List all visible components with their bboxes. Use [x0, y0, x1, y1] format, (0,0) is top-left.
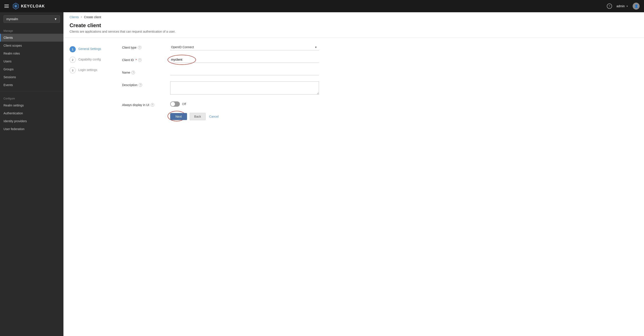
- page-header: Create client Clients are applications a…: [64, 19, 644, 38]
- sidebar-item-identity-providers[interactable]: Identity providers: [0, 117, 64, 125]
- step-1-label[interactable]: General Settings: [78, 46, 101, 51]
- admin-dropdown[interactable]: admin ▼: [616, 4, 628, 8]
- breadcrumb: Clients > Create client: [64, 12, 644, 19]
- toggle-row: Off: [170, 101, 319, 107]
- description-textarea[interactable]: [170, 81, 319, 95]
- content-area: Clients > Create client Create client Cl…: [64, 12, 644, 336]
- step-2-label[interactable]: Capability config: [78, 57, 101, 61]
- name-label-text: Name: [122, 71, 130, 74]
- description-input-col: [170, 81, 319, 95]
- breadcrumb-separator: >: [81, 16, 82, 19]
- admin-label: admin: [616, 4, 625, 8]
- form-area: 1 General Settings 2 Capability config 3…: [64, 38, 644, 126]
- page-subtitle: Clients are applications and services th…: [70, 30, 638, 33]
- breadcrumb-current: Create client: [84, 15, 101, 19]
- always-display-row: Always display in UI ? Off: [122, 101, 319, 107]
- client-type-label: Client type ?: [122, 44, 166, 49]
- client-id-help-icon[interactable]: ?: [138, 58, 142, 62]
- avatar[interactable]: 👤: [632, 3, 640, 10]
- description-label: Description ?: [122, 81, 166, 87]
- step-1: 1 General Settings: [70, 44, 113, 55]
- sidebar-item-realm-roles[interactable]: Realm roles: [0, 50, 64, 57]
- keycloak-logo-icon: [12, 3, 19, 10]
- step-2: 2 Capability config: [70, 55, 113, 65]
- client-type-label-text: Client type: [122, 46, 136, 49]
- sidebar-item-groups[interactable]: Groups: [0, 65, 64, 73]
- sidebar-item-events[interactable]: Events: [0, 81, 64, 89]
- always-display-label-text: Always display in UI: [122, 103, 150, 107]
- toggle-state-label: Off: [182, 102, 186, 106]
- svg-point-2: [15, 5, 16, 7]
- next-button[interactable]: Next: [170, 113, 187, 120]
- manage-section-label: Manage: [0, 26, 64, 34]
- app-name: KEYCLOAK: [21, 4, 45, 9]
- sidebar-item-users[interactable]: Users: [0, 57, 64, 65]
- topnav-left: KEYCLOAK: [4, 3, 45, 10]
- description-label-text: Description: [122, 83, 138, 87]
- help-label: ?: [608, 5, 610, 8]
- name-input[interactable]: [170, 69, 319, 75]
- realm-chevron-icon: ▼: [54, 17, 57, 21]
- realm-selector[interactable]: myrealm ▼: [4, 15, 60, 23]
- client-id-input[interactable]: [170, 57, 319, 63]
- sidebar-item-user-federation[interactable]: User federation: [0, 125, 64, 133]
- step-3-label[interactable]: Login settings: [78, 67, 97, 72]
- sidebar-divider: [0, 91, 64, 91]
- avatar-initial: 👤: [634, 4, 638, 8]
- required-indicator: *: [136, 58, 137, 62]
- form-fields: Client type ? OpenID Connect SAML ▼: [122, 44, 319, 120]
- page-title: Create client: [70, 22, 638, 29]
- toggle-knob: [170, 102, 175, 106]
- name-row: Name ?: [122, 69, 319, 75]
- chevron-down-icon: ▼: [626, 5, 628, 8]
- step-2-number: 2: [70, 57, 76, 63]
- always-display-toggle[interactable]: [170, 101, 180, 107]
- topnav-right: ? admin ▼ 👤: [607, 3, 640, 10]
- name-help-icon[interactable]: ?: [132, 71, 135, 74]
- step-1-number: 1: [70, 46, 76, 52]
- client-id-label-text: Client ID: [122, 58, 134, 62]
- topnav: KEYCLOAK ? admin ▼ 👤: [0, 0, 644, 12]
- cancel-button[interactable]: Cancel: [208, 113, 220, 120]
- steps-panel: 1 General Settings 2 Capability config 3…: [70, 44, 113, 120]
- always-display-label: Always display in UI ?: [122, 101, 166, 107]
- step-3: 3 Login settings: [70, 65, 113, 76]
- help-icon[interactable]: ?: [607, 4, 612, 9]
- main-layout: myrealm ▼ Manage Clients Client scopes R…: [0, 12, 644, 336]
- logo: KEYCLOAK: [12, 3, 45, 10]
- sidebar-item-clients[interactable]: Clients: [0, 34, 64, 42]
- configure-section-label: Configure: [0, 94, 64, 101]
- realm-name: myrealm: [6, 17, 18, 21]
- always-display-input-col: Off: [170, 101, 319, 107]
- client-id-label: Client ID * ?: [122, 57, 166, 62]
- client-type-input-col: OpenID Connect SAML ▼: [170, 44, 319, 50]
- client-id-input-col: [170, 57, 319, 63]
- back-button[interactable]: Back: [190, 113, 206, 120]
- name-input-col: [170, 69, 319, 75]
- action-buttons: Next Back Cancel: [122, 113, 319, 120]
- client-id-row: Client ID * ?: [122, 57, 319, 63]
- always-display-help-icon[interactable]: ?: [151, 103, 154, 107]
- sidebar-item-sessions[interactable]: Sessions: [0, 73, 64, 81]
- breadcrumb-clients-link[interactable]: Clients: [70, 15, 79, 19]
- hamburger-icon[interactable]: [4, 5, 9, 8]
- client-type-help-icon[interactable]: ?: [138, 46, 141, 49]
- next-btn-wrapper: Next: [170, 113, 187, 120]
- client-type-row: Client type ? OpenID Connect SAML ▼: [122, 44, 319, 50]
- sidebar-item-realm-settings[interactable]: Realm settings: [0, 101, 64, 109]
- sidebar-item-authentication[interactable]: Authentication: [0, 109, 64, 117]
- client-id-input-wrapper: [170, 57, 319, 63]
- step-3-number: 3: [70, 67, 76, 73]
- client-type-select-wrapper: OpenID Connect SAML ▼: [170, 44, 319, 50]
- sidebar: myrealm ▼ Manage Clients Client scopes R…: [0, 12, 64, 336]
- client-type-select[interactable]: OpenID Connect SAML: [170, 44, 319, 50]
- description-row: Description ?: [122, 81, 319, 95]
- name-label: Name ?: [122, 69, 166, 74]
- sidebar-item-client-scopes[interactable]: Client scopes: [0, 42, 64, 50]
- description-help-icon[interactable]: ?: [139, 83, 142, 87]
